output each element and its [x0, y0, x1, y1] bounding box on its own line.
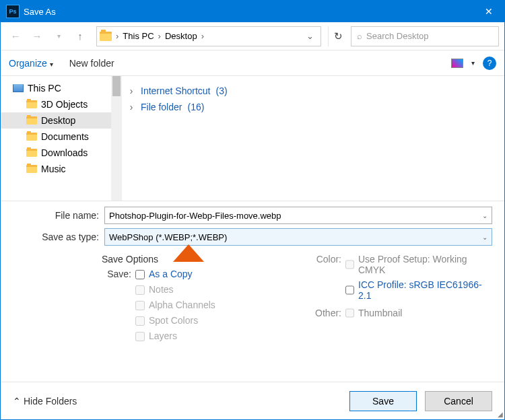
chevron-right-icon: › — [200, 31, 205, 41]
nav-pane: This PC 3D Objects Desktop Documents Dow… — [1, 76, 122, 201]
nav-bar: ← → ▾ ↑ › This PC › Desktop › ⌄ ↻ ⌕ Sear… — [1, 22, 504, 50]
icc-label: ICC Profile: sRGB IEC61966-2.1 — [358, 279, 492, 301]
filename-input[interactable]: Photshop-Plugin-for-Webp-Files-move.webp… — [104, 207, 492, 224]
chevron-up-icon: ⌃ — [13, 396, 21, 407]
tree-this-pc[interactable]: This PC — [1, 80, 122, 96]
window-title: Save As — [24, 7, 56, 17]
refresh-button[interactable]: ↻ — [328, 26, 348, 46]
breadcrumb-this-pc[interactable]: This PC — [121, 31, 155, 41]
folder-icon — [26, 116, 37, 125]
resize-grip-icon[interactable]: ◢ — [498, 411, 503, 418]
color-label: Color: — [310, 254, 341, 275]
new-folder-button[interactable]: New folder — [69, 58, 114, 69]
search-icon: ⌕ — [357, 31, 362, 41]
tree-3d-objects[interactable]: 3D Objects — [1, 96, 122, 112]
up-button[interactable]: ↑ — [71, 27, 90, 46]
chevron-right-icon: › — [127, 102, 135, 112]
chevron-down-icon[interactable]: ⌄ — [482, 212, 487, 219]
cancel-button[interactable]: Cancel — [425, 391, 492, 411]
proof-label: Use Proof Setup: Working CMYK — [358, 254, 492, 275]
alpha-checkbox — [135, 301, 145, 310]
save-as-type-select[interactable]: WebPShop (*.WEBP;*.WEBP) ⌄ — [104, 228, 492, 246]
nav-scrollbar[interactable] — [111, 76, 122, 201]
proof-checkbox — [345, 254, 354, 275]
folder-icon — [26, 100, 37, 108]
back-button[interactable]: ← — [6, 27, 25, 46]
hide-folders-button[interactable]: ⌃Hide Folders — [13, 396, 77, 407]
organize-button[interactable]: Organize ▾ — [9, 58, 53, 69]
other-label: Other: — [310, 308, 341, 318]
chevron-right-icon: › — [157, 31, 162, 41]
tree-downloads[interactable]: Downloads — [1, 145, 122, 161]
titlebar: Ps Save As ✕ — [1, 1, 504, 22]
recent-dropdown[interactable]: ▾ — [49, 27, 68, 46]
pc-icon — [13, 84, 24, 92]
search-placeholder: Search Desktop — [366, 31, 429, 41]
layers-checkbox — [135, 332, 145, 341]
spot-checkbox — [135, 316, 145, 326]
tree-documents[interactable]: Documents — [1, 129, 122, 145]
view-dropdown[interactable]: ▾ — [471, 59, 475, 67]
chevron-right-icon: › — [127, 85, 135, 96]
forward-button[interactable]: → — [28, 27, 46, 46]
tree-desktop[interactable]: Desktop — [1, 112, 122, 129]
folder-icon — [100, 32, 112, 41]
save-button[interactable]: Save — [349, 391, 417, 411]
address-bar[interactable]: › This PC › Desktop › ⌄ — [96, 26, 321, 46]
save-options-header: Save Options — [102, 254, 283, 265]
search-box[interactable]: ⌕ Search Desktop — [351, 26, 499, 46]
icc-checkbox[interactable] — [345, 279, 354, 301]
filename-label: File name: — [13, 210, 104, 221]
folder-icon — [26, 133, 37, 141]
file-group-folder[interactable]: › File folder (16) — [127, 99, 499, 115]
breadcrumb-desktop[interactable]: Desktop — [164, 31, 199, 41]
command-bar: Organize ▾ New folder ▾ ? — [1, 50, 504, 76]
save-label: Save: — [102, 269, 131, 279]
notes-checkbox — [135, 285, 145, 295]
view-icon[interactable] — [451, 59, 463, 68]
file-list: › Internet Shortcut (3) › File folder (1… — [122, 76, 504, 201]
file-group-shortcut[interactable]: › Internet Shortcut (3) — [127, 83, 499, 99]
tree-music[interactable]: Music — [1, 161, 122, 177]
chevron-down-icon[interactable]: ⌄ — [482, 234, 487, 241]
as-a-copy-checkbox[interactable] — [135, 270, 145, 279]
as-a-copy-label: As a Copy — [149, 269, 193, 279]
folder-icon — [26, 165, 37, 173]
save-as-type-label: Save as type: — [13, 232, 104, 242]
help-button[interactable]: ? — [483, 57, 496, 70]
app-icon: Ps — [6, 5, 20, 18]
thumbnail-label: Thumbnail — [358, 308, 492, 318]
chevron-right-icon: › — [114, 31, 120, 41]
folder-icon — [26, 149, 37, 157]
close-button[interactable]: ✕ — [473, 1, 504, 22]
thumbnail-checkbox — [345, 308, 354, 318]
address-dropdown[interactable]: ⌄ — [302, 31, 318, 41]
